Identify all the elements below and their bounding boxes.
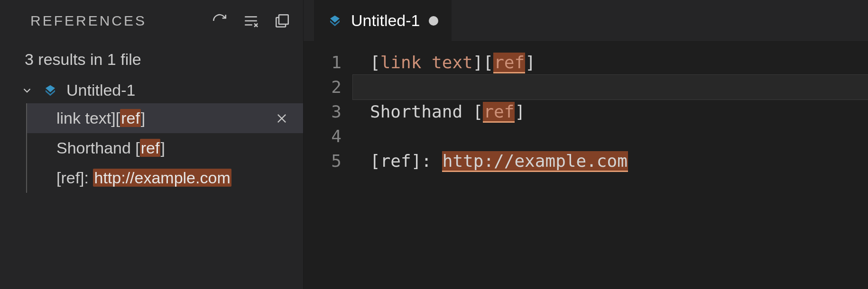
app-root: REFERENCES	[0, 0, 868, 289]
file-type-icon	[327, 13, 342, 28]
file-type-icon	[43, 83, 58, 98]
dirty-indicator-icon	[429, 16, 438, 26]
file-tree-item[interactable]: Untitled-1	[0, 77, 303, 103]
code-token: Shorthand [	[370, 102, 483, 121]
panel-header: REFERENCES	[0, 0, 303, 42]
references-panel: REFERENCES	[0, 0, 304, 289]
line-number: 1	[304, 50, 342, 75]
result-text: [ref]: http://example.com	[56, 169, 231, 187]
tree-guide: link text][ref]Shorthand [ref][ref]: htt…	[26, 103, 303, 193]
match-highlight: ref	[140, 139, 161, 157]
code-token: link text	[380, 53, 473, 72]
svg-rect-5	[279, 15, 288, 24]
new-window-icon[interactable]	[273, 11, 292, 30]
results-list: link text][ref]Shorthand [ref][ref]: htt…	[27, 103, 303, 193]
line-number: 3	[304, 99, 342, 124]
code-content[interactable]: [link text][ref]Shorthand [ref][ref]: ht…	[353, 50, 868, 289]
code-line[interactable]: Shorthand [ref]	[370, 99, 868, 124]
result-row[interactable]: Shorthand [ref]	[27, 133, 303, 163]
result-text: link text][ref]	[56, 109, 145, 127]
panel-actions	[210, 11, 292, 30]
match-highlight: ref	[120, 109, 141, 127]
editor-area[interactable]: 12345 [link text][ref]Shorthand [ref][re…	[304, 42, 868, 289]
code-token: http://example.com	[442, 151, 628, 172]
result-row[interactable]: link text][ref]	[27, 103, 303, 133]
code-token: ][	[473, 53, 493, 72]
line-number: 5	[304, 149, 342, 173]
line-number-gutter: 12345	[304, 50, 353, 289]
line-number: 2	[304, 75, 342, 99]
code-line[interactable]: [ref]: http://example.com	[370, 149, 868, 173]
result-row[interactable]: [ref]: http://example.com	[27, 163, 303, 193]
results-summary: 3 results in 1 file	[0, 42, 303, 77]
code-line[interactable]	[353, 75, 868, 99]
clear-list-icon[interactable]	[241, 11, 260, 30]
tab-bar: Untitled-1	[304, 0, 868, 42]
dismiss-icon[interactable]	[274, 110, 290, 126]
code-line[interactable]	[370, 124, 868, 149]
code-token: ]	[515, 102, 525, 121]
code-token: ]	[525, 53, 536, 72]
code-token: ref	[493, 53, 525, 73]
code-token: [	[370, 53, 380, 72]
code-line[interactable]: [link text][ref]	[370, 50, 868, 75]
editor-group: Untitled-1 12345 [link text][ref]Shortha…	[304, 0, 868, 289]
file-name-label: Untitled-1	[66, 81, 136, 99]
refresh-icon[interactable]	[210, 11, 229, 30]
code-token: ref	[483, 102, 515, 123]
chevron-down-icon[interactable]	[20, 83, 34, 98]
result-text: Shorthand [ref]	[56, 139, 165, 157]
tab-title-label: Untitled-1	[351, 11, 420, 30]
code-token: [ref]:	[370, 151, 442, 171]
panel-title: REFERENCES	[30, 13, 147, 29]
match-highlight: http://example.com	[93, 169, 231, 187]
line-number: 4	[304, 124, 342, 149]
tab-untitled-1[interactable]: Untitled-1	[314, 0, 452, 42]
